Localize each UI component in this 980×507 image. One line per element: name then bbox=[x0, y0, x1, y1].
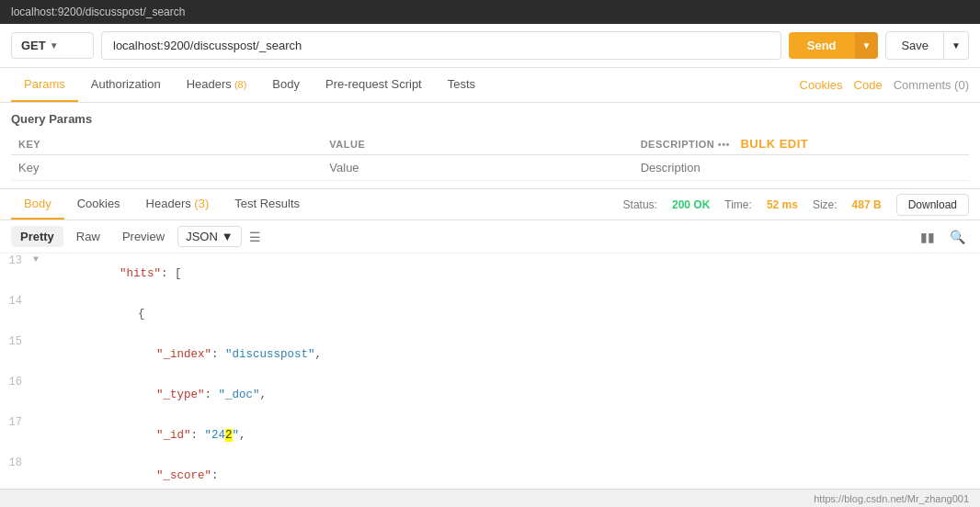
col-key: KEY bbox=[11, 133, 322, 155]
tab-pre-request-label: Pre-request Script bbox=[325, 77, 422, 91]
statusbar-url: https://blog.csdn.net/Mr_zhang001 bbox=[814, 493, 969, 504]
chevron-down-icon: ▼ bbox=[50, 40, 59, 51]
url-input[interactable] bbox=[101, 31, 781, 60]
more-actions-icon[interactable]: ••• bbox=[718, 139, 730, 150]
title-bar: localhost:9200/discusspost/_search bbox=[0, 0, 980, 24]
save-btn-group: Save ▼ bbox=[885, 31, 969, 60]
line-content-14: { bbox=[46, 295, 980, 333]
method-label: GET bbox=[21, 39, 46, 52]
line-content-18: "_score": bbox=[46, 456, 980, 489]
send-dropdown-button[interactable]: ▼ bbox=[855, 32, 879, 59]
description-input[interactable] bbox=[641, 161, 962, 175]
chevron-down-icon-format: ▼ bbox=[222, 230, 234, 243]
request-tabs-right: Cookies Code Comments (0) bbox=[800, 78, 969, 92]
tab-params-label: Params bbox=[24, 77, 65, 91]
code-line-13: 13 ▼ "hits": [ bbox=[0, 254, 980, 294]
col-description: DESCRIPTION ••• Bulk Edit bbox=[633, 133, 969, 155]
tab-authorization-label: Authorization bbox=[91, 77, 161, 91]
bulk-edit-link[interactable]: Bulk Edit bbox=[740, 137, 808, 151]
key-cell[interactable] bbox=[11, 155, 322, 181]
size-label: Size: bbox=[813, 198, 838, 211]
copy-icon[interactable]: ▮▮ bbox=[917, 228, 939, 246]
value-cell[interactable] bbox=[322, 155, 632, 181]
response-status-bar: Status: 200 OK Time: 52 ms Size: 487 B D… bbox=[623, 194, 969, 216]
send-btn-group: Send ▼ bbox=[789, 32, 879, 59]
response-tabs-left: Body Cookies Headers (3) Test Results bbox=[11, 189, 313, 220]
response-tab-test-results[interactable]: Test Results bbox=[222, 189, 313, 220]
response-body: 13 ▼ "hits": [ 14 { 15 "_index": "discus… bbox=[0, 254, 980, 489]
line-num-13: 13 bbox=[0, 254, 33, 267]
code-line-17: 17 "_id": "242", bbox=[0, 415, 980, 456]
tab-tests-label: Tests bbox=[448, 77, 475, 91]
response-tabs-row: Body Cookies Headers (3) Test Results St… bbox=[0, 189, 980, 220]
key-input[interactable] bbox=[18, 161, 314, 175]
tab-params[interactable]: Params bbox=[11, 68, 78, 102]
tab-headers-badge: (8) bbox=[232, 79, 247, 90]
response-tab-headers[interactable]: Headers (3) bbox=[133, 189, 222, 220]
request-tabs-row: Params Authorization Headers (8) Body Pr… bbox=[0, 68, 980, 103]
response-tab-body[interactable]: Body bbox=[11, 189, 64, 220]
tab-headers[interactable]: Headers (8) bbox=[174, 68, 260, 102]
response-tab-headers-label: Headers bbox=[146, 197, 191, 210]
wrap-lines-icon[interactable]: ☰ bbox=[245, 228, 265, 246]
status-bar: https://blog.csdn.net/Mr_zhang001 bbox=[0, 489, 980, 507]
line-content-15: "_index": "discusspost", bbox=[46, 335, 980, 374]
window-title: localhost:9200/discusspost/_search bbox=[11, 6, 185, 18]
status-label: Status: bbox=[623, 198, 657, 211]
download-button[interactable]: Download bbox=[896, 194, 969, 216]
json-format-select[interactable]: JSON ▼ bbox=[177, 226, 242, 247]
url-bar: GET ▼ Send ▼ Save ▼ bbox=[0, 24, 980, 68]
send-button[interactable]: Send bbox=[789, 32, 855, 59]
format-tab-raw[interactable]: Raw bbox=[67, 226, 109, 247]
line-num-18: 18 bbox=[0, 456, 33, 469]
save-dropdown-button[interactable]: ▼ bbox=[944, 31, 969, 60]
response-headers-badge: (3) bbox=[191, 197, 210, 210]
response-tab-test-results-label: Test Results bbox=[234, 197, 300, 210]
line-num-17: 17 bbox=[0, 416, 33, 429]
tab-pre-request[interactable]: Pre-request Script bbox=[313, 68, 435, 102]
json-format-label: JSON bbox=[186, 230, 218, 243]
line-num-16: 16 bbox=[0, 376, 33, 389]
search-icon[interactable]: 🔍 bbox=[946, 228, 969, 246]
app-container: localhost:9200/discusspost/_search GET ▼… bbox=[0, 0, 980, 507]
params-table: KEY VALUE DESCRIPTION ••• Bulk Edit bbox=[11, 133, 969, 181]
save-button[interactable]: Save bbox=[885, 31, 944, 60]
code-line-16: 16 "_type": "_doc", bbox=[0, 375, 980, 415]
response-tab-cookies[interactable]: Cookies bbox=[64, 189, 133, 220]
line-content-16: "_type": "_doc", bbox=[46, 376, 980, 414]
request-tabs-left: Params Authorization Headers (8) Body Pr… bbox=[11, 68, 488, 102]
code-line-15: 15 "_index": "discusspost", bbox=[0, 334, 980, 375]
tab-body[interactable]: Body bbox=[259, 68, 313, 102]
response-format-row: Pretty Raw Preview JSON ▼ ☰ ▮▮ 🔍 bbox=[0, 220, 980, 254]
code-line-14: 14 { bbox=[0, 294, 980, 334]
params-row-empty bbox=[11, 155, 969, 181]
line-num-14: 14 bbox=[0, 295, 33, 308]
value-input[interactable] bbox=[329, 161, 625, 175]
fold-toggle-13[interactable]: ▼ bbox=[33, 254, 46, 265]
query-params-title: Query Params bbox=[11, 112, 969, 126]
col-value: VALUE bbox=[322, 133, 632, 155]
code-link[interactable]: Code bbox=[854, 78, 883, 92]
tab-tests[interactable]: Tests bbox=[435, 68, 488, 102]
response-tab-cookies-label: Cookies bbox=[77, 197, 120, 210]
line-content-17: "_id": "242", bbox=[46, 416, 980, 455]
tab-authorization[interactable]: Authorization bbox=[78, 68, 174, 102]
time-value: 52 ms bbox=[767, 198, 798, 211]
status-value: 200 OK bbox=[672, 198, 710, 211]
size-value: 487 B bbox=[852, 198, 882, 211]
description-cell[interactable] bbox=[633, 155, 969, 181]
tab-headers-label: Headers bbox=[187, 77, 232, 91]
line-content-13: "hits": [ bbox=[46, 254, 980, 293]
format-tab-preview[interactable]: Preview bbox=[113, 226, 174, 247]
cookies-link[interactable]: Cookies bbox=[800, 78, 843, 92]
format-icon-actions: ▮▮ 🔍 bbox=[917, 228, 969, 246]
code-line-18: 18 "_score": bbox=[0, 456, 980, 489]
response-tab-body-label: Body bbox=[24, 197, 51, 210]
method-select[interactable]: GET ▼ bbox=[11, 32, 94, 59]
line-num-15: 15 bbox=[0, 335, 33, 348]
format-tabs: Pretty Raw Preview JSON ▼ ☰ bbox=[11, 226, 265, 247]
query-params-section: Query Params KEY VALUE DESCRIPTION ••• B… bbox=[0, 103, 980, 188]
comments-link[interactable]: Comments (0) bbox=[894, 78, 969, 92]
format-tab-pretty[interactable]: Pretty bbox=[11, 226, 63, 247]
time-label: Time: bbox=[724, 198, 752, 211]
